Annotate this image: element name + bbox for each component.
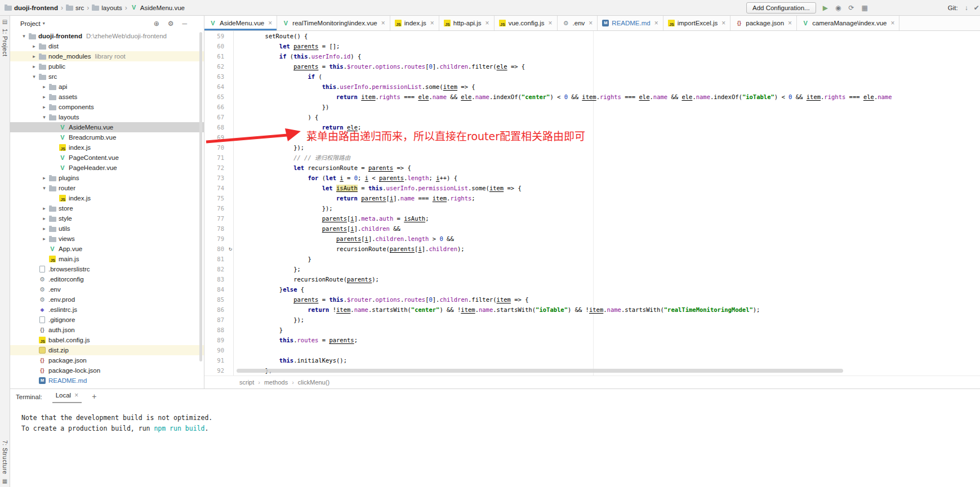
hide-panel-icon[interactable]: ─ — [182, 20, 187, 27]
tab-http-api-js[interactable]: JShttp-api.js× — [439, 16, 495, 30]
toolwindow-button-structure[interactable]: 7: Structure — [2, 440, 8, 474]
toolwindow-button-project[interactable]: 1: Project — [2, 29, 8, 56]
tree-item-breadcrumb-vue[interactable]: VBreadcrumb.vue — [10, 132, 204, 142]
tree-item-auth-json[interactable]: {}auth.json — [10, 325, 204, 335]
tree-item-public[interactable]: ▸public — [10, 61, 204, 72]
tree-item-index-js[interactable]: JSindex.js — [10, 142, 204, 153]
close-icon[interactable]: × — [654, 19, 658, 27]
tab-index-js[interactable]: JSindex.js× — [390, 16, 439, 30]
tree-item-main-js[interactable]: JSmain.js — [10, 254, 204, 264]
chevron-collapsed-icon[interactable]: ▸ — [41, 216, 48, 221]
tree-item-style[interactable]: ▸style — [10, 213, 204, 224]
chevron-collapsed-icon[interactable]: ▸ — [41, 94, 48, 100]
chevron-collapsed-icon[interactable]: ▸ — [41, 104, 48, 110]
project-panel-title[interactable]: Project ▾ — [20, 20, 45, 27]
terminal-output[interactable]: Note that the development build is not o… — [10, 403, 980, 487]
chevron-collapsed-icon[interactable]: ▸ — [41, 205, 48, 211]
breadcrumb-item-duoji-frontend[interactable]: duoji-frontend — [5, 5, 58, 11]
chevron-collapsed-icon[interactable]: ▸ — [30, 53, 38, 59]
tab-realtimemonitoring-index-vue[interactable]: VrealTimeMonitoring\index.vue× — [277, 16, 390, 30]
editor-breadcrumb-item-script[interactable]: script — [239, 379, 254, 386]
tree-item-gitignore[interactable]: .gitignore — [10, 315, 204, 325]
tab-importexcel-js[interactable]: JSimportExcel.js× — [663, 16, 731, 30]
tree-item-env-prod[interactable]: ⚙.env.prod — [10, 294, 204, 305]
tree-item-layouts[interactable]: ▾layouts — [10, 112, 204, 122]
tree-item-utils[interactable]: ▸utils — [10, 224, 204, 234]
tree-item-index-js[interactable]: JSindex.js — [10, 193, 204, 203]
toolwindow-switcher-icon[interactable]: ▦ — [2, 478, 7, 484]
chevron-expanded-icon[interactable]: ▾ — [30, 74, 38, 79]
add-configuration-button[interactable]: Add Configuration... — [746, 2, 816, 14]
close-icon[interactable]: × — [788, 19, 792, 27]
tree-scrollbar[interactable] — [199, 32, 202, 361]
tree-item-store[interactable]: ▸store — [10, 203, 204, 213]
layout-icon[interactable]: ▦ — [861, 5, 867, 11]
tree-item-router[interactable]: ▾router — [10, 183, 204, 193]
code-editor[interactable]: 5960616263646566676869707172737475767778… — [204, 31, 980, 376]
close-icon[interactable]: × — [589, 19, 593, 27]
editor-breadcrumb-item-clickmenu[interactable]: clickMenu() — [298, 379, 329, 386]
chevron-expanded-icon[interactable]: ▾ — [20, 33, 28, 39]
tree-item-editorconfig[interactable]: ⚙.editorconfig — [10, 274, 204, 284]
tree-item-node-modules[interactable]: ▸node_moduleslibrary root — [10, 51, 204, 61]
tree-item-src[interactable]: ▾src — [10, 72, 204, 82]
settings-gear-icon[interactable]: ⚙ — [168, 20, 174, 27]
close-icon[interactable]: × — [890, 19, 894, 27]
tree-item-dist-zip[interactable]: dist.zip — [10, 345, 204, 355]
tree-item-readme-md[interactable]: MREADME.md — [10, 376, 204, 386]
editor-gutter[interactable]: 5960616263646566676869707172737475767778… — [204, 31, 234, 376]
run-icon[interactable]: ▶ — [823, 5, 828, 11]
close-icon[interactable]: × — [549, 19, 553, 27]
close-icon[interactable]: × — [485, 19, 489, 27]
terminal-tab-local[interactable]: Local × — [52, 391, 82, 403]
chevron-collapsed-icon[interactable]: ▸ — [41, 84, 48, 90]
chevron-collapsed-icon[interactable]: ▸ — [30, 64, 38, 69]
editor-breadcrumb-item-methods[interactable]: methods — [264, 379, 288, 386]
tree-item-plugins[interactable]: ▸plugins — [10, 173, 204, 183]
tab-vue-config-js[interactable]: JSvue.config.js× — [495, 16, 558, 30]
tree-item-views[interactable]: ▸views — [10, 234, 204, 244]
new-terminal-button[interactable]: + — [92, 392, 96, 403]
chevron-expanded-icon[interactable]: ▾ — [41, 114, 48, 120]
tree-item-dist[interactable]: ▸dist — [10, 41, 204, 51]
close-icon[interactable]: × — [381, 19, 385, 27]
close-icon[interactable]: × — [268, 19, 272, 27]
tree-item-babel-config-js[interactable]: JSbabel.config.js — [10, 335, 204, 345]
tree-item-eslintrc-js[interactable]: ◆.eslintrc.js — [10, 305, 204, 315]
chevron-collapsed-icon[interactable]: ▸ — [41, 226, 48, 231]
locate-icon[interactable]: ⊕ — [154, 20, 159, 27]
tree-item-env[interactable]: ⚙.env — [10, 284, 204, 294]
debug-icon[interactable]: ◉ — [835, 5, 841, 11]
tab-package-json[interactable]: {}package.json× — [730, 16, 797, 30]
sync-icon[interactable]: ⟳ — [848, 5, 854, 11]
tree-item-duoji-frontend[interactable]: ▾duoji-frontendD:\zheheWeb\duoji-fronten… — [10, 31, 204, 41]
tree-item-pagecontent-vue[interactable]: VPageContent.vue — [10, 153, 204, 163]
tab-readme-md[interactable]: MREADME.md× — [598, 16, 663, 30]
tree-item-package-json[interactable]: {}package.json — [10, 355, 204, 365]
tree-item-package-lock-json[interactable]: {}package-lock.json — [10, 365, 204, 376]
horizontal-scrollbar[interactable] — [237, 369, 843, 373]
git-commit-icon[interactable]: ✔ — [974, 5, 979, 11]
git-widget-label[interactable]: Git: — [948, 5, 958, 11]
tree-item-components[interactable]: ▸components — [10, 102, 204, 112]
chevron-expanded-icon[interactable]: ▾ — [41, 185, 48, 191]
chevron-collapsed-icon[interactable]: ▸ — [41, 175, 48, 181]
tree-item-assets[interactable]: ▸assets — [10, 92, 204, 102]
tree-item-api[interactable]: ▸api — [10, 82, 204, 92]
close-icon[interactable]: × — [430, 19, 434, 27]
tree-item-pageheader-vue[interactable]: VPageHeader.vue — [10, 163, 204, 173]
tree-item-asidemenu-vue[interactable]: VAsideMenu.vue — [10, 122, 204, 132]
tab-cameramanage-index-vue[interactable]: VcameraManage\index.vue× — [797, 16, 899, 30]
breadcrumb-item-layouts[interactable]: layouts — [92, 5, 122, 11]
chevron-collapsed-icon[interactable]: ▸ — [41, 236, 48, 242]
tree-item-app-vue[interactable]: VApp.vue — [10, 244, 204, 254]
breadcrumb-item-src[interactable]: src — [66, 5, 84, 11]
git-update-icon[interactable]: ↓ — [965, 5, 968, 11]
tree-item-browserslistrc[interactable]: .browserslistrc — [10, 264, 204, 274]
chevron-collapsed-icon[interactable]: ▸ — [30, 43, 38, 49]
close-icon[interactable]: × — [74, 391, 78, 399]
tab-env[interactable]: ⚙.env× — [558, 16, 598, 30]
project-toolwindow-icon[interactable]: ▤ — [2, 19, 7, 25]
breadcrumb-item-asidemenu-vue[interactable]: VAsideMenu.vue — [130, 4, 185, 12]
tab-asidemenu-vue[interactable]: VAsideMenu.vue× — [204, 16, 277, 30]
